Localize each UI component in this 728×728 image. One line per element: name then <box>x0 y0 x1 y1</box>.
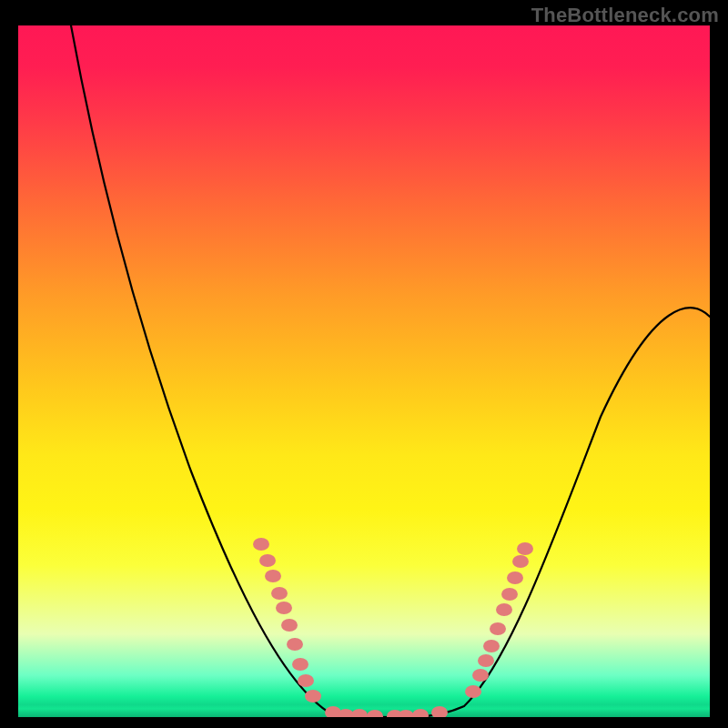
marker-dot <box>281 619 298 632</box>
marker-dot <box>298 674 314 687</box>
marker-dot <box>351 709 368 717</box>
watermark-text: TheBottleneck.com <box>531 4 719 27</box>
marker-dot <box>465 685 481 698</box>
marker-dot <box>276 602 292 614</box>
marker-dot <box>305 690 321 703</box>
marker-dot <box>507 571 523 584</box>
chart-svg <box>18 25 710 717</box>
marker-dot <box>367 710 383 717</box>
marker-dot <box>483 640 500 652</box>
marker-dot <box>472 669 489 682</box>
marker-dot <box>398 710 414 717</box>
marker-group <box>253 538 533 717</box>
marker-dot <box>496 603 512 616</box>
marker-dot <box>431 706 448 717</box>
chart-frame: TheBottleneck.com <box>0 0 728 728</box>
marker-dot <box>265 570 281 582</box>
marker-dot <box>292 658 308 671</box>
marker-dot <box>501 588 518 601</box>
marker-dot <box>490 622 506 635</box>
marker-dot <box>512 555 529 568</box>
marker-dot <box>271 587 288 600</box>
bottleneck-curve <box>71 25 710 717</box>
marker-dot <box>253 538 269 551</box>
marker-dot <box>478 654 494 667</box>
marker-dot <box>259 554 276 567</box>
plot-area <box>18 25 710 717</box>
marker-dot <box>517 542 533 555</box>
marker-dot <box>287 638 303 651</box>
marker-dot <box>412 709 429 717</box>
